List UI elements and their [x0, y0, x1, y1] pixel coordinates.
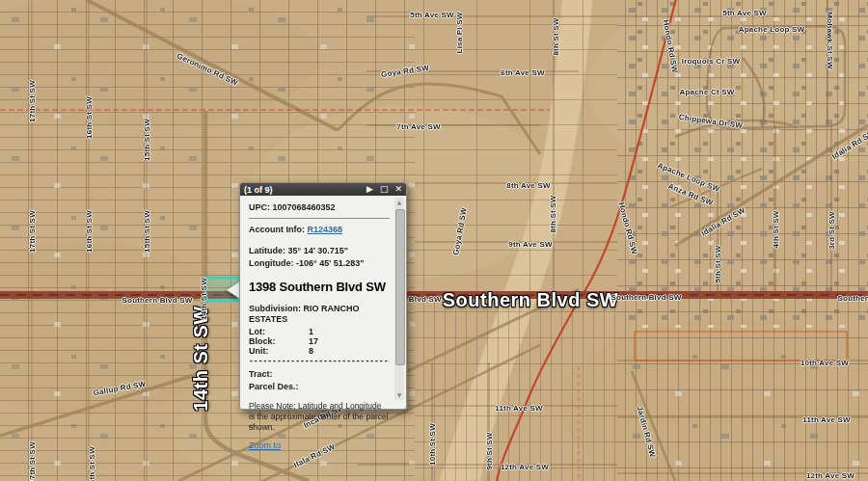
unit-label: Unit: [249, 346, 309, 356]
popup-callout-pointer [227, 281, 240, 299]
tract-row: Tract: [249, 369, 390, 380]
divider [249, 218, 390, 219]
upc-row: UPC: 1007068460352 [249, 202, 390, 213]
upc-value: 1007068460352 [273, 202, 336, 212]
subdivision-label: Subdivision: [249, 304, 301, 313]
map-viewport[interactable]: 5th Ave SWLisa Pl SW5th Ave SWApache Loo… [0, 0, 868, 481]
parcel-des-row: Parcel Des.: [249, 382, 390, 392]
popup-body: UPC: 1007068460352 Account Info: R124368… [240, 196, 406, 409]
block-value: 17 [309, 336, 318, 346]
close-button[interactable]: ✕ [394, 183, 402, 196]
next-result-button[interactable]: ▶ [366, 183, 373, 196]
scrollbar-thumb[interactable] [395, 209, 405, 365]
popup-title: (1 of 9) [244, 185, 360, 195]
latitude-value: 35° 14' 30.715" [288, 246, 349, 255]
popup-note: Please Note: Latitude and Longitude is t… [249, 401, 390, 433]
account-label: Account Info: [249, 225, 305, 234]
block-label: Block: [249, 336, 309, 346]
lot-value: 1 [309, 327, 313, 336]
subdivision-row: Subdivision: RIO RANCHO ESTATES [249, 304, 390, 325]
tract-label: Tract: [249, 369, 273, 379]
southern-blvd-road [0, 291, 868, 299]
latitude-label: Latitude: [249, 246, 285, 255]
latitude-row: Latitude: 35° 14' 30.715" [249, 246, 390, 256]
account-link[interactable]: R124368 [308, 225, 343, 234]
account-row: Account Info: R124368 [249, 225, 390, 235]
unit-row: Unit: 8 [249, 346, 390, 356]
lot-label: Lot: [249, 327, 309, 336]
block-row: Block: 17 [249, 336, 390, 346]
parcel-des-label: Parcel Des.: [249, 382, 299, 391]
upc-label: UPC: [249, 202, 270, 212]
unit-value: 8 [309, 346, 313, 356]
parcel-address: 1398 Southern Blvd SW [249, 280, 390, 294]
longitude-label: Longitude: [249, 258, 294, 268]
maximize-button[interactable]: □ [380, 183, 389, 196]
parcel-grid [0, 0, 868, 481]
popup-scrollbar[interactable]: ▲ ▼ [394, 198, 404, 400]
lot-row: Lot: 1 [249, 327, 390, 336]
scroll-up-icon[interactable]: ▲ [394, 198, 404, 207]
dashed-separator: ------------------------------- [249, 358, 390, 365]
longitude-row: Longitude: -106° 45' 51.283" [249, 258, 390, 269]
longitude-value: -106° 45' 51.283" [296, 258, 365, 268]
identify-popup: (1 of 9) ▶ □ ✕ UPC: 1007068460352 Accoun… [239, 182, 407, 410]
zoom-to-link[interactable]: Zoom to [249, 441, 281, 450]
map-canvas[interactable] [0, 0, 868, 481]
popup-header[interactable]: (1 of 9) ▶ □ ✕ [240, 183, 406, 196]
scroll-down-icon[interactable]: ▼ [394, 390, 404, 400]
